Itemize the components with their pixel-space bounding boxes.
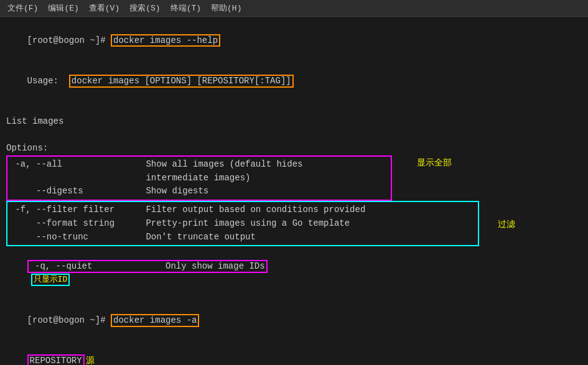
option-f-box: -f, --filter filter Filter output based … (6, 201, 479, 246)
prompt-1: [root@bogon ~]# (27, 35, 111, 45)
show-all-annotation: 显示全部 (417, 157, 452, 170)
menu-file[interactable]: 文件(F) (2, 1, 43, 15)
option-a-line2: intermediate images) (10, 172, 388, 185)
usage-label: Usage: (27, 76, 69, 86)
prompt-2: [root@bogon ~]# (27, 315, 111, 325)
cmd-docker-images-a: docker images -a (111, 314, 199, 327)
option-a-block: -a, --all Show all images (default hides… (6, 155, 582, 201)
menu-help[interactable]: 帮助(H) (206, 1, 246, 15)
option-f-line3: --no-trunc Don't truncate output (10, 231, 475, 244)
option-f-block: -f, --filter filter Filter output based … (6, 201, 582, 246)
menu-terminal[interactable]: 终端(T) (166, 1, 206, 15)
menu-edit[interactable]: 编辑(E) (43, 1, 83, 15)
terminal-line-1: [root@bogon ~]# docker images --help (6, 21, 582, 61)
header-repository: REPOSITORY (27, 354, 85, 365)
terminal-line-blank2 (6, 129, 582, 142)
menu-view[interactable]: 查看(V) (84, 1, 124, 15)
option-a-line1: -a, --all Show all images (default hides (10, 158, 388, 172)
option-a-box: -a, --all Show all images (default hides… (6, 155, 392, 201)
cmd-docker-images-help: docker images --help (111, 34, 220, 47)
only-show-id-annotation: 只显示ID (31, 274, 70, 286)
header-repository-annot: 源 (86, 356, 95, 365)
option-a-line3: --digests Show digests (10, 185, 388, 198)
option-q-box: -q, --quiet Only show image IDs (27, 260, 268, 273)
terminal-line-usage: Usage: docker images [OPTIONS] [REPOSITO… (6, 61, 582, 101)
terminal: [root@bogon ~]# docker images --help Usa… (0, 17, 588, 365)
terminal-line-cmd2: [root@bogon ~]# docker images -a (6, 300, 582, 341)
option-f-line2: --format string Pretty-print images usin… (10, 217, 475, 231)
filter-annotation: 过滤 (498, 218, 515, 232)
usage-syntax: docker images [OPTIONS] [REPOSITORY[:TAG… (69, 75, 294, 88)
option-f-line1: -f, --filter filter Filter output based … (10, 203, 475, 217)
terminal-line-options: Options: (6, 142, 582, 155)
menu-search[interactable]: 搜索(S) (124, 1, 165, 15)
table-header-row: REPOSITORY源 TAG标签 IMAGE IDID CREATED时间 S… (6, 341, 582, 365)
menubar: 文件(F) 编辑(E) 查看(V) 搜索(S) 终端(T) 帮助(H) (0, 0, 588, 17)
option-q-line: -q, --quiet Only show image IDs 只显示ID (6, 246, 582, 300)
terminal-line-list-images: List images (6, 115, 582, 129)
terminal-line-blank1 (6, 101, 582, 115)
